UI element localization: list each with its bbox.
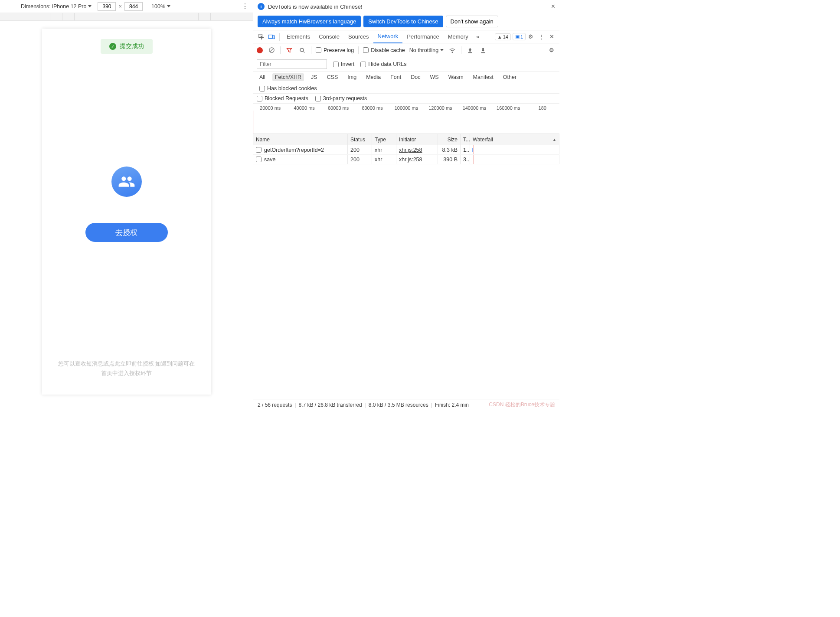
search-icon[interactable] — [298, 46, 307, 55]
tab-sources[interactable]: Sources — [344, 30, 373, 43]
success-toast: ✓ 提交成功 — [101, 39, 153, 54]
zoom-selector[interactable]: 100% — [151, 3, 170, 10]
type-manifest[interactable]: Manifest — [471, 73, 496, 81]
type-css[interactable]: CSS — [324, 73, 341, 81]
throttling-select[interactable]: No throttling — [409, 47, 444, 53]
network-toolbar: Preserve log Disable cache No throttling… — [253, 43, 559, 57]
close-icon[interactable]: × — [551, 3, 555, 10]
type-js[interactable]: JS — [308, 73, 320, 81]
device-toolbar: Dimensions: iPhone 12 Pro × 100% ⋮ — [0, 0, 253, 13]
device-selector[interactable]: Dimensions: iPhone 12 Pro — [21, 3, 92, 10]
tab-memory[interactable]: Memory — [444, 30, 473, 43]
timeline-marker — [254, 111, 254, 134]
tab-console[interactable]: Console — [314, 30, 344, 43]
type-media[interactable]: Media — [363, 73, 383, 81]
kebab-icon[interactable]: ⋮ — [536, 32, 546, 42]
device-label: Dimensions: iPhone 12 Pro — [21, 3, 86, 10]
width-input[interactable] — [98, 2, 116, 11]
phone-frame: ✓ 提交成功 去授权 您可以查收短消息或点此立即前往授权 如遇到问题可在 首页中… — [42, 29, 211, 395]
waterfall-marker — [474, 155, 474, 164]
status-requests: 2 / 56 requests — [258, 402, 292, 408]
footer-line2: 首页中进入授权环节 — [58, 369, 195, 378]
type-fetch-xhr[interactable]: Fetch/XHR — [272, 73, 304, 81]
initiator-link[interactable]: xhr.js:258 — [399, 157, 422, 163]
type-filter-row: All Fetch/XHR JS CSS Img Media Font Doc … — [253, 72, 559, 94]
filter-input[interactable] — [257, 59, 327, 69]
status-finish: Finish: 2.4 min — [435, 402, 469, 408]
hide-data-urls-check[interactable]: Hide data URLs — [360, 61, 406, 67]
invert-check[interactable]: Invert — [333, 61, 354, 67]
waterfall-marker — [474, 145, 474, 154]
type-font[interactable]: Font — [388, 73, 404, 81]
col-status[interactable]: Status — [348, 134, 372, 145]
device-toggle-icon[interactable] — [266, 32, 277, 42]
network-table: Name Status Type Initiator Size T... Wat… — [253, 134, 559, 399]
divider — [461, 46, 461, 54]
col-initiator[interactable]: Initiator — [396, 134, 438, 145]
info-bar: i DevTools is now available in Chinese! … — [253, 0, 559, 13]
dont-show-button[interactable]: Don't show again — [446, 16, 498, 27]
waterfall-bar — [472, 148, 473, 152]
preserve-log-check[interactable]: Preserve log — [316, 47, 354, 53]
col-size[interactable]: Size — [438, 134, 461, 145]
clear-icon[interactable] — [267, 46, 276, 55]
settings-icon[interactable]: ⚙ — [526, 32, 536, 42]
col-waterfall[interactable]: Waterfall▲ — [470, 134, 559, 145]
switch-chinese-button[interactable]: Switch DevTools to Chinese — [363, 16, 443, 27]
sort-up-icon: ▲ — [552, 137, 556, 142]
always-match-button[interactable]: Always match HwBrowser's language — [258, 16, 361, 27]
type-doc[interactable]: Doc — [408, 73, 423, 81]
blocked-cookies-check[interactable]: Has blocked cookies — [259, 85, 317, 91]
third-party-check[interactable]: 3rd-party requests — [315, 95, 367, 101]
svg-rect-2 — [273, 36, 275, 39]
type-all[interactable]: All — [257, 73, 268, 81]
svg-point-4 — [300, 48, 304, 52]
type-ws[interactable]: WS — [427, 73, 441, 81]
close-devtools-icon[interactable]: ✕ — [546, 32, 557, 42]
gear-icon[interactable]: ⚙ — [547, 46, 556, 55]
messages-badge[interactable]: ▣1 — [513, 33, 526, 40]
chevron-down-icon — [440, 49, 444, 51]
download-icon[interactable] — [479, 46, 487, 55]
user-group-icon — [111, 166, 142, 197]
upload-icon[interactable] — [466, 46, 474, 55]
type-wasm[interactable]: Wasm — [446, 73, 466, 81]
more-menu-icon[interactable]: ⋮ — [241, 2, 249, 11]
divider — [358, 46, 359, 54]
tab-performance[interactable]: Performance — [402, 30, 443, 43]
row-checkbox[interactable] — [256, 157, 261, 162]
check-icon: ✓ — [109, 43, 116, 50]
col-type[interactable]: Type — [372, 134, 396, 145]
device-emulation-panel: Dimensions: iPhone 12 Pro × 100% ⋮ ✓ 提交成… — [0, 0, 253, 410]
info-icon: i — [258, 3, 265, 10]
table-row[interactable]: getOrderItem?reportId=2 200 xhr xhr.js:2… — [253, 145, 559, 155]
wifi-icon[interactable] — [448, 46, 457, 55]
initiator-link[interactable]: xhr.js:258 — [399, 147, 422, 153]
more-tabs-icon[interactable]: » — [473, 32, 483, 42]
row-checkbox[interactable] — [256, 147, 261, 153]
ruler — [0, 13, 253, 21]
chevron-down-icon — [167, 5, 170, 7]
type-other[interactable]: Other — [500, 73, 519, 81]
table-row[interactable]: save 200 xhr xhr.js:258 390 B 3... — [253, 155, 559, 164]
warnings-badge[interactable]: ▲14 — [495, 33, 511, 40]
blocked-row: Blocked Requests 3rd-party requests — [253, 94, 559, 104]
divider — [311, 46, 311, 54]
type-img[interactable]: Img — [345, 73, 359, 81]
col-name[interactable]: Name — [253, 134, 348, 145]
svg-point-5 — [452, 52, 453, 52]
disable-cache-check[interactable]: Disable cache — [363, 47, 405, 53]
divider — [279, 33, 280, 41]
authorize-button[interactable]: 去授权 — [85, 223, 168, 242]
timeline-overview[interactable]: 20000 ms 40000 ms 60000 ms 80000 ms 1000… — [253, 104, 559, 134]
toast-text: 提交成功 — [120, 42, 144, 50]
inspect-icon[interactable] — [256, 32, 266, 42]
col-time[interactable]: T... — [461, 134, 470, 145]
info-text: DevTools is now available in Chinese! — [268, 3, 363, 10]
tab-network[interactable]: Network — [373, 30, 403, 43]
record-icon[interactable] — [257, 47, 263, 53]
tab-elements[interactable]: Elements — [282, 30, 314, 43]
filter-icon[interactable] — [285, 46, 294, 55]
height-input[interactable] — [124, 2, 143, 11]
blocked-requests-check[interactable]: Blocked Requests — [257, 95, 308, 101]
